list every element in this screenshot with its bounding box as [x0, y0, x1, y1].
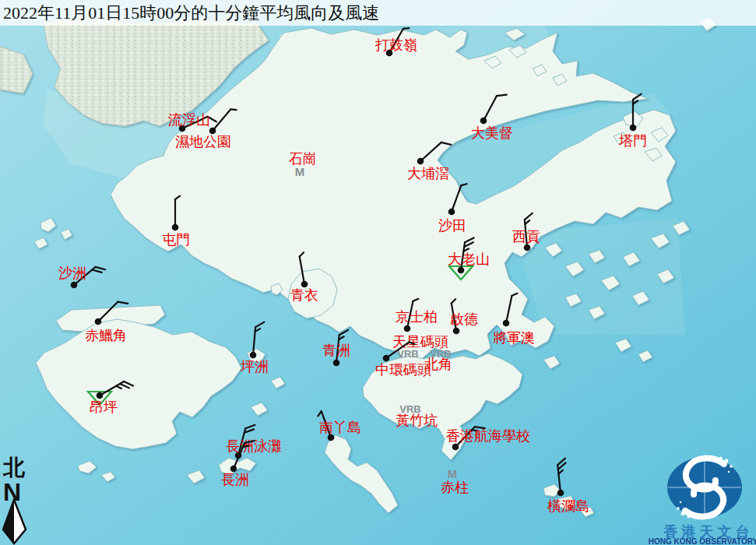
- station-name-label: 沙田: [438, 218, 466, 234]
- station-dot: [452, 444, 459, 451]
- station-dot: [333, 360, 340, 367]
- station-name-label: 青洲: [322, 343, 350, 358]
- station-name-label: 昂坪: [90, 399, 118, 415]
- station-dot: [383, 355, 390, 362]
- wind-barb-half: [230, 109, 236, 110]
- station-dot: [230, 466, 237, 473]
- station-dot: [630, 125, 637, 132]
- station-name-label: 大美督: [471, 125, 513, 141]
- hko-name-english: HONG KONG OBSERVATORY: [649, 537, 756, 545]
- station-dot: [557, 490, 564, 497]
- station-dot: [95, 318, 102, 325]
- station-name-label: 將軍澳: [493, 330, 535, 346]
- station-dot: [448, 209, 455, 216]
- station-name-label: 啟德: [450, 311, 478, 327]
- station-name-label: 長洲: [221, 472, 249, 487]
- map-title: 2022年11月01日15時00分的十分鐘平均風向及風速: [3, 3, 379, 23]
- station-name-label: 中環碼頭: [375, 362, 431, 378]
- station-name-label: 青衣: [290, 287, 318, 303]
- station-name-label: 坪洲: [240, 359, 269, 374]
- station-name-label: 橫瀾島: [547, 498, 589, 514]
- station-dot: [97, 392, 104, 399]
- station-name-label: 赤鱲角: [85, 328, 127, 343]
- station-name-label: 黃竹坑: [396, 413, 438, 428]
- station-name-label: 屯門: [162, 232, 190, 248]
- station-dot: [209, 128, 216, 135]
- station-name-label: 流浮山: [168, 112, 210, 128]
- station-name-label: 塔門: [618, 133, 647, 149]
- hong-kong-map: 打鼓嶺流浮山濕地公園M石崗大美督塔門大埔滘沙田西貢屯門沙洲大老山青衣赤鱲角坪洲青…: [0, 0, 756, 545]
- station-name-label: 大埔滘: [407, 166, 449, 181]
- station-name-label: 濕地公園: [175, 134, 231, 149]
- station-dot: [453, 328, 460, 335]
- station-name-label: 赤柱: [441, 480, 469, 495]
- station-dot: [404, 325, 411, 332]
- station-dot: [480, 118, 487, 125]
- station-dot: [524, 244, 531, 251]
- station-name-label: 西貢: [512, 229, 540, 244]
- station-name-label: 南丫島: [319, 420, 361, 435]
- weather-map-screenshot: 打鼓嶺流浮山濕地公園M石崗大美督塔門大埔滘沙田西貢屯門沙洲大老山青衣赤鱲角坪洲青…: [0, 0, 756, 545]
- station-name-label: 大老山: [448, 251, 490, 267]
- variable-wind-indicator: VRB: [397, 348, 418, 360]
- station-name-label: 打鼓嶺: [375, 37, 417, 53]
- station-name-label: 石崗: [289, 151, 317, 167]
- map-title-bar: 2022年11月01日15時00分的十分鐘平均風向及風速: [0, 0, 756, 26]
- missing-data-indicator: M: [448, 467, 458, 480]
- missing-data-indicator: M: [295, 165, 305, 178]
- station-dot: [301, 281, 308, 288]
- station-dot: [417, 158, 424, 165]
- station-name-label: 沙洲: [58, 265, 86, 281]
- station-dot: [503, 320, 510, 327]
- north-label-n: N: [3, 478, 21, 506]
- station-dot: [250, 352, 257, 359]
- station-name-label: 京士柏: [396, 309, 438, 325]
- wind-barb-half: [403, 28, 409, 29]
- station-name-label: 香港航海學校: [446, 428, 530, 444]
- station-dot: [71, 282, 78, 289]
- north-label-chinese: 北: [2, 455, 26, 480]
- station-dot: [172, 224, 179, 231]
- wind-barb-half: [243, 446, 248, 448]
- station-dot: [458, 267, 465, 274]
